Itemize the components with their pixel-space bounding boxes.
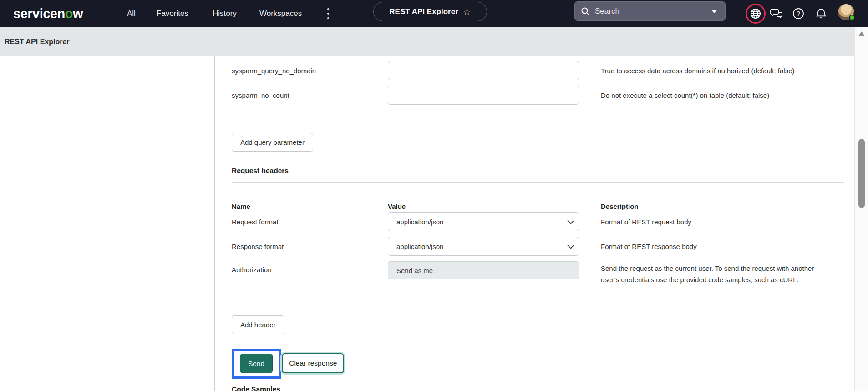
query-param-name: sysparm_query_no_domain [232,67,388,75]
query-param-name: sysparm_no_count [232,91,388,99]
header-row-response-format: Response format application/json Format … [232,237,854,256]
online-status-icon: ✓ [849,15,855,21]
column-header-description: Description [579,203,854,210]
help-button[interactable]: ? [788,4,808,24]
request-headers-heading: Request headers [232,167,854,175]
query-param-description: True to access data across domains if au… [579,65,828,76]
header-description: Format of REST request body [579,216,828,228]
help-icon: ? [792,7,805,20]
current-page-label: REST API Explorer [389,7,458,16]
notifications-button[interactable] [811,4,831,24]
bell-icon [815,7,827,20]
query-param-row: sysparm_no_count Do not execute a select… [232,86,854,105]
clear-response-button[interactable]: Clear response [282,353,344,373]
column-header-name: Name [232,203,388,210]
globe-language-button[interactable] [746,4,766,24]
headers-table-head: Name Value Description [232,203,854,210]
query-param-row: sysparm_query_no_domain True to access d… [232,61,854,80]
search-input[interactable] [595,7,703,16]
request-format-select-wrap: application/json [388,212,579,231]
scrollbar-thumb[interactable] [858,139,865,208]
rest-api-explorer-page: servicenow All Favorites History Workspa… [0,0,868,391]
svg-text:?: ? [797,10,800,17]
nav-item-workspaces[interactable]: Workspaces [259,0,302,27]
header-row-request-format: Request format application/json Format o… [232,212,854,231]
header-description: Format of REST response body [579,241,828,252]
send-button-highlight-box: Send [232,349,281,379]
authorization-field: Send as me [388,261,579,279]
chevron-down-icon [711,10,717,13]
section-divider [232,182,844,183]
header-name: Request format [232,218,388,226]
main-content: sysparm_query_no_domain True to access d… [215,56,854,391]
globe-icon [750,8,761,20]
header-name: Authorization [232,266,388,274]
page-title: REST API Explorer [5,38,70,46]
action-buttons-row: Send Clear response [232,349,854,379]
nav-item-history[interactable]: History [213,0,237,27]
top-navigation-bar: servicenow All Favorites History Workspa… [0,0,868,27]
left-sidebar [0,56,215,391]
nav-item-all[interactable]: All [127,0,136,27]
sysparm-query-no-domain-input[interactable] [388,61,579,80]
response-format-select[interactable]: application/json [388,237,579,256]
chat-icon [770,8,783,20]
header-row-authorization: Authorization Send as me Send the reques… [232,261,854,285]
code-samples-heading: Code Samples [232,385,854,391]
header-name: Response format [232,243,388,250]
user-avatar[interactable]: ✓ [838,4,854,20]
page-header: REST API Explorer [0,27,854,56]
vertical-scrollbar[interactable] [854,27,868,391]
global-search [574,1,726,21]
sysparm-no-count-input[interactable] [388,86,579,105]
column-header-value: Value [388,203,579,210]
scroll-up-arrow-icon[interactable] [858,31,865,36]
nav-item-favorites[interactable]: Favorites [157,0,188,27]
current-page-pill[interactable]: REST API Explorer ☆ [373,2,487,21]
favorite-star-icon[interactable]: ☆ [463,7,471,16]
request-format-select[interactable]: application/json [388,212,579,231]
more-menu-kebab-icon[interactable] [325,8,331,19]
search-icon [581,7,590,16]
add-query-parameter-button[interactable]: Add query parameter [232,133,313,152]
add-header-button[interactable]: Add header [232,315,284,334]
search-scope-dropdown[interactable] [703,2,725,20]
query-param-description: Do not execute a select count(*) on tabl… [579,90,828,101]
header-description: Send the request as the current user. To… [579,263,828,285]
logo-green-o: o [65,6,73,21]
response-format-select-wrap: application/json [388,237,579,256]
send-button[interactable]: Send [240,354,273,373]
chat-button[interactable] [766,4,787,24]
servicenow-logo[interactable]: servicenow [13,6,83,21]
